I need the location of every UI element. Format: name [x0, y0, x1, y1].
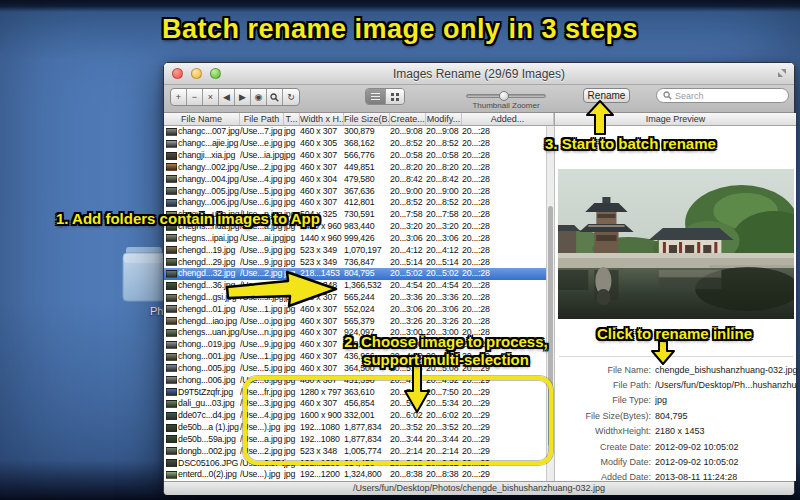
cell-size: 479,580 — [344, 174, 390, 185]
table-row[interactable]: chengd...36.jpg/Use...6.jpgjpg523 x 3481… — [164, 280, 546, 292]
cell-name: de50b...59a.jpg — [178, 434, 240, 445]
title-bar[interactable]: Images Rename (29/69 Images) — [164, 63, 794, 85]
col-file-size[interactable]: File Size(B... — [344, 113, 390, 125]
col-file-path[interactable]: File Path — [240, 113, 284, 125]
cell-size: 552,024 — [344, 304, 390, 315]
table-row[interactable]: chengd...32.jpg/Use...2.jpgjpg218...1453… — [164, 268, 546, 280]
preview-photo — [558, 169, 794, 319]
cell-created: 20...3:36 — [390, 292, 426, 303]
cell-name: chegns...ipai.jpg — [178, 233, 240, 244]
col-added[interactable]: Added... — [462, 113, 554, 125]
cell-modified: 20...8:38 — [426, 469, 462, 480]
cell-thumb — [164, 305, 178, 313]
info-field-row: Modify Date:2012-09-02 10:05:02 — [555, 454, 797, 469]
file-thumbnail-icon — [166, 282, 177, 290]
search-input[interactable]: Search — [656, 88, 789, 103]
cell-thumb — [164, 270, 178, 278]
info-field-value[interactable]: /Users/fun/Desktop/Ph...hushanzhuang-032… — [655, 380, 797, 390]
info-field-value[interactable]: 804,795 — [655, 411, 688, 421]
cell-name: enterd...0(2).jpg — [178, 469, 240, 480]
table-row[interactable]: changy...002.jpg/Use...2.jpgjpg460 x 307… — [164, 161, 546, 173]
cell-thumb — [164, 294, 178, 302]
table-row[interactable]: changji...xia.jpg/Use...ia.jpgjpg460 x 3… — [164, 150, 546, 162]
col-created[interactable]: Create... — [390, 113, 426, 125]
file-thumbnail-icon — [166, 317, 177, 325]
cell-modified: 20...3:06 — [426, 233, 462, 244]
info-field-value[interactable]: chengde_bishushanzhuang-032.jpg — [655, 365, 797, 375]
refresh-button[interactable]: ↻ — [283, 89, 299, 105]
table-row[interactable]: chengd...01.jpg/Use...1.jpgjpg460 x 3075… — [164, 303, 546, 315]
table-row[interactable]: changc...007.jpg/Use...7.jpgjpg460 x 307… — [164, 126, 546, 138]
file-thumbnail-icon — [166, 258, 177, 266]
next-button[interactable]: ▶ — [235, 89, 251, 105]
table-row[interactable]: changy...004.jpg/Use...4.jpgjpg460 x 304… — [164, 173, 546, 185]
search-button[interactable] — [267, 89, 283, 105]
cell-name: chengd...19.jpg — [178, 245, 240, 256]
cell-dims: 460 x 307 — [300, 162, 344, 173]
remove-button[interactable]: − — [187, 89, 203, 105]
cell-modified: 20...4:12 — [426, 245, 462, 256]
cell-added: 20...:28 — [462, 209, 546, 220]
cell-name: changji...xia.jpg — [178, 150, 240, 161]
col-type[interactable]: T... — [284, 113, 300, 125]
cell-created: 20...5:14 — [390, 257, 426, 268]
search-placeholder: Search — [675, 91, 704, 101]
cell-thumb — [164, 412, 178, 420]
col-dimensions[interactable]: Width x H... — [300, 113, 344, 125]
table-row[interactable]: chengd...iao.jpg/Use...o.jpgjpg460 x 307… — [164, 315, 546, 327]
file-thumbnail-icon — [166, 175, 177, 183]
cell-modified: 20...5:02 — [426, 268, 462, 279]
cell-thumb — [164, 258, 178, 266]
info-field-value[interactable]: 2012-09-02 10:05:02 — [655, 442, 739, 452]
table-row[interactable]: changy...005.jpg/Use...5.jpgjpg460 x 307… — [164, 185, 546, 197]
cell-added: 20...:28 — [462, 162, 546, 173]
table-row[interactable]: chegns...ipai.jpg/Use...ai.jpgjpg1440 x … — [164, 232, 546, 244]
cell-type: jpg — [284, 351, 300, 362]
info-field-row: File Size(Bytes):804,795 — [555, 408, 797, 423]
cell-size: 1,366,532 — [344, 280, 390, 291]
cell-modified: 20...3:36 — [426, 292, 462, 303]
fullscreen-icon[interactable] — [777, 68, 787, 78]
table-row[interactable]: changc...ajie.jpg/Use...e.jpgjpg460 x 30… — [164, 138, 546, 150]
cell-dims: 460 x 307 — [300, 186, 344, 197]
add-button[interactable]: + — [171, 89, 187, 105]
list-view-button[interactable] — [366, 89, 385, 104]
multi-selection-callout-box — [243, 376, 553, 465]
info-field-value[interactable]: jpg — [655, 395, 667, 405]
table-row[interactable]: chengd...19.jpg/Use...9.jpgjpg523 x 3491… — [164, 244, 546, 256]
preview-eye-button[interactable]: ◉ — [251, 89, 267, 105]
cell-created: 20...4:12 — [390, 245, 426, 256]
cell-type: jpg — [284, 245, 300, 256]
table-row[interactable]: chengd...gsi.jpg/Use...si.jpgjpg460 x 30… — [164, 292, 546, 304]
cell-name: dde07c...d4.jpg — [178, 410, 240, 421]
col-modified[interactable]: Modify... — [426, 113, 462, 125]
file-thumbnail-icon — [166, 163, 177, 171]
cell-name: dali_gu...03.jpg — [178, 398, 240, 409]
banner-title: Batch rename image only in 3 steps — [0, 14, 800, 45]
cell-type: jpg — [284, 469, 300, 480]
table-row[interactable]: enterd...0(2).jpg/Use...).jpgjpg192...12… — [164, 469, 546, 481]
annotation-step2-line2: support multi-selection — [338, 351, 554, 369]
table-row[interactable]: chengd...29.jpg/Use...9.jpgjpg523 x 3497… — [164, 256, 546, 268]
cell-modified: 20...9:08 — [426, 126, 462, 137]
thumbnail-zoomer-slider[interactable] — [466, 94, 546, 98]
cell-modified: 20...3:20 — [426, 221, 462, 232]
col-file-name[interactable]: File Name — [164, 113, 240, 125]
delete-button[interactable]: × — [203, 89, 219, 105]
cell-created: 20...3:06 — [390, 233, 426, 244]
slider-knob[interactable] — [499, 91, 509, 101]
cell-added: 20...:28 — [462, 221, 546, 232]
cell-dims: 460 x 304 — [300, 174, 344, 185]
cell-modified: 20...7:58 — [426, 209, 462, 220]
cell-path: /Use...ai.jpg — [240, 233, 284, 244]
cell-added: 20...:28 — [462, 316, 546, 327]
previous-button[interactable]: ◀ — [219, 89, 235, 105]
info-field-label: WidthxHeight: — [555, 426, 651, 436]
cell-added: 20...:28 — [462, 174, 546, 185]
grid-view-button[interactable] — [385, 89, 404, 104]
info-field-value[interactable]: 2012-09-02 10:05:02 — [655, 457, 739, 467]
image-preview-pane: File Name:chengde_bishushanzhuang-032.jp… — [554, 126, 796, 481]
info-field-value[interactable]: 2180 x 1453 — [655, 426, 705, 436]
cell-size: 983,440 — [344, 221, 390, 232]
table-row[interactable]: changy...006.jpg/Use...6.jpgjpg460 x 307… — [164, 197, 546, 209]
